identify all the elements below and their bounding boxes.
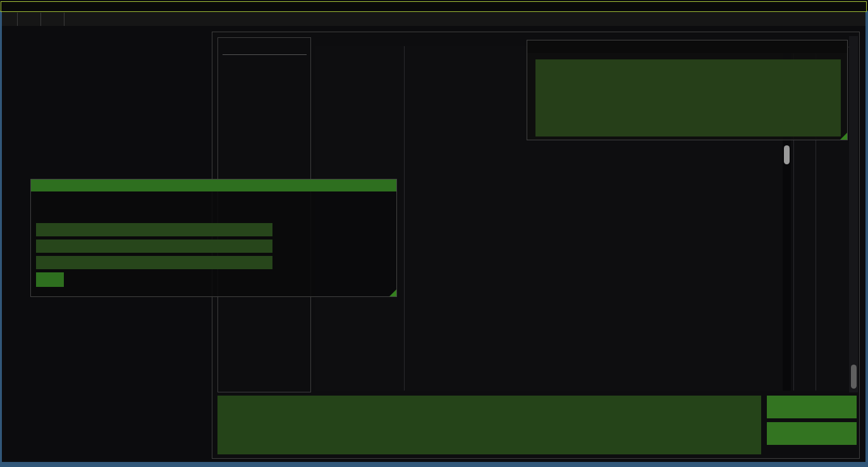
frame-edge-left <box>0 11 2 462</box>
window-titlebar[interactable] <box>1 1 867 12</box>
dht-histogram-titlebar[interactable] <box>527 40 847 53</box>
frame-edge-right <box>865 11 868 462</box>
column-divider <box>404 46 405 391</box>
join-group-titlebar[interactable] <box>31 179 396 191</box>
chat-scrollbar-track[interactable] <box>849 36 858 392</box>
paste-file-button[interactable] <box>767 422 857 445</box>
join-group-dialog <box>30 179 397 297</box>
menu-bar <box>2 13 865 26</box>
message-input[interactable] <box>217 396 761 454</box>
menu-separator <box>40 13 41 26</box>
histogram-area-series <box>535 59 841 136</box>
dht-histogram-window <box>527 40 848 140</box>
chat-scrollbar-thumb[interactable] <box>851 365 857 389</box>
resize-grip-icon[interactable] <box>389 289 396 296</box>
menu-separator <box>64 13 64 26</box>
dht-histogram-plot <box>535 59 841 136</box>
resize-grip-icon[interactable] <box>840 133 847 140</box>
chat-id-input[interactable] <box>36 223 272 236</box>
join-button[interactable] <box>36 272 64 287</box>
frame-edge-bottom <box>0 462 868 467</box>
app-screen <box>0 0 868 467</box>
send-file-button[interactable] <box>767 396 857 418</box>
members-separator <box>223 54 307 55</box>
join-password-input[interactable] <box>36 256 272 269</box>
menu-separator <box>17 13 18 26</box>
join-name-input[interactable] <box>36 240 272 253</box>
message-scrollbar-thumb[interactable] <box>784 145 790 164</box>
